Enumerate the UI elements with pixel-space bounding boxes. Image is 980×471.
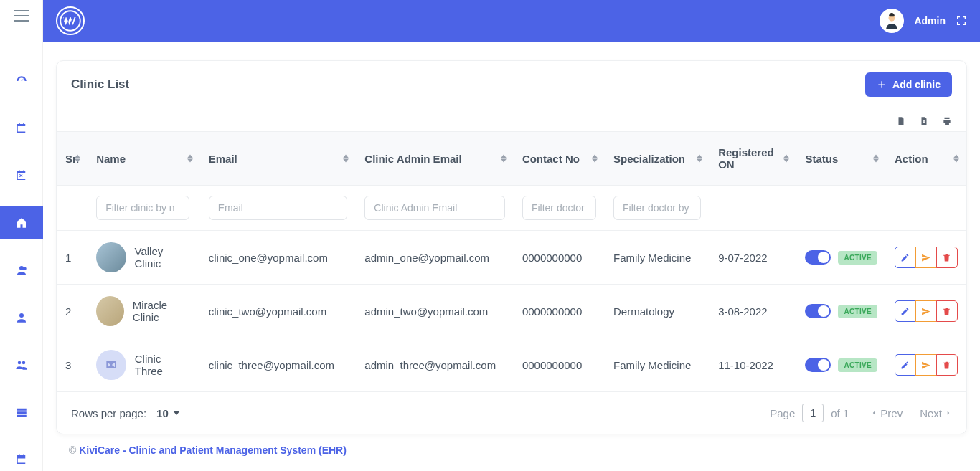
footer-link[interactable]: KiviCare - Clinic and Patient Management…	[79, 444, 347, 456]
nav-doctors[interactable]	[0, 254, 43, 287]
filter-specialization-input[interactable]	[613, 196, 701, 220]
cell-registered: 3-08-2022	[710, 285, 796, 338]
cell-contact: 0000000000	[514, 231, 605, 285]
send-button[interactable]	[915, 247, 937, 268]
clinic-list-card: Clinic List Add clinic Sr.	[56, 60, 967, 434]
status-toggle[interactable]	[805, 250, 831, 265]
logo-icon	[56, 6, 85, 35]
send-button[interactable]	[915, 300, 937, 322]
status-badge: ACTIVE	[838, 358, 877, 372]
nav-users[interactable]	[0, 348, 43, 381]
clinic-avatar	[96, 350, 126, 380]
cell-sr: 1	[57, 231, 88, 285]
status-toggle[interactable]	[805, 358, 831, 372]
rows-per-page-select[interactable]: 10	[156, 407, 180, 419]
col-specialization[interactable]: Specialization	[605, 132, 710, 186]
cell-sr: 3	[57, 338, 88, 392]
cell-name: Valley Clinic	[135, 245, 192, 270]
page-of-label: of 1	[831, 407, 849, 419]
cell-specialization: Family Medicine	[605, 338, 710, 392]
sidebar	[0, 0, 43, 471]
rows-per-page-label: Rows per page:	[71, 407, 146, 419]
edit-button[interactable]	[895, 247, 916, 268]
footer-credit: © KiviCare - Clinic and Patient Manageme…	[56, 434, 967, 466]
status-toggle[interactable]	[805, 304, 831, 318]
cell-email: clinic_two@yopmail.com	[200, 285, 357, 338]
edit-button[interactable]	[895, 300, 916, 322]
filter-contact-input[interactable]	[522, 196, 596, 220]
page-input[interactable]	[802, 404, 824, 422]
col-registered[interactable]: Registered ON	[710, 132, 796, 186]
cell-name: Miracle Clinic	[133, 299, 192, 323]
export-xls-icon[interactable]	[919, 115, 929, 127]
col-name[interactable]: Name	[88, 132, 200, 186]
send-button[interactable]	[915, 354, 937, 376]
cell-email: clinic_one@yopmail.com	[200, 231, 357, 285]
menu-toggle[interactable]	[14, 10, 29, 22]
print-icon[interactable]	[942, 115, 952, 127]
plus-icon	[877, 80, 887, 90]
nav-calendar-x[interactable]	[0, 159, 43, 192]
fullscreen-icon[interactable]	[956, 15, 967, 27]
table-row: 2 Miracle Clinic clinic_two@yopmail.com …	[57, 285, 966, 338]
delete-button[interactable]	[936, 247, 958, 268]
user-avatar[interactable]	[880, 9, 904, 33]
chevron-right-icon	[945, 409, 952, 417]
table-row: 1 Valley Clinic clinic_one@yopmail.com a…	[57, 231, 966, 285]
status-badge: ACTIVE	[838, 251, 877, 265]
col-contact[interactable]: Contact No	[514, 132, 605, 186]
filter-email-input[interactable]	[209, 196, 348, 220]
cell-admin-email: admin_two@yopmail.com	[356, 285, 514, 338]
filter-name-input[interactable]	[96, 196, 189, 220]
chevron-left-icon	[870, 409, 877, 417]
clinic-avatar	[96, 296, 124, 326]
cell-specialization: Family Medicine	[605, 231, 710, 285]
cell-contact: 0000000000	[514, 285, 605, 338]
nav-calendar[interactable]	[0, 112, 43, 145]
clinic-avatar	[96, 242, 126, 272]
table-toolbar	[57, 107, 966, 131]
cell-registered: 11-10-2022	[710, 338, 796, 392]
cell-admin-email: admin_three@yopmail.com	[356, 338, 514, 392]
cell-specialization: Dermatology	[605, 285, 710, 338]
topbar: Admin	[43, 0, 980, 42]
next-button[interactable]: Next	[920, 407, 952, 419]
delete-button[interactable]	[936, 354, 958, 376]
page-label: Page	[770, 407, 795, 419]
col-email[interactable]: Email	[200, 132, 357, 186]
nav-dashboard[interactable]	[0, 65, 43, 97]
table-row: 3 Clinic Three clinic_three@yopmail.com …	[57, 338, 966, 392]
cell-admin-email: admin_one@yopmail.com	[356, 231, 514, 285]
delete-button[interactable]	[936, 300, 958, 322]
filter-admin-email-input[interactable]	[364, 196, 505, 220]
status-badge: ACTIVE	[838, 305, 877, 318]
cell-sr: 2	[57, 285, 88, 338]
cell-contact: 0000000000	[514, 338, 605, 392]
nav-appointments[interactable]	[0, 443, 43, 471]
cell-registered: 9-07-2022	[710, 231, 796, 285]
col-status[interactable]: Status	[796, 132, 885, 186]
user-label[interactable]: Admin	[914, 15, 946, 27]
nav-server[interactable]	[0, 396, 43, 429]
nav-patient[interactable]	[0, 301, 43, 334]
col-action[interactable]: Action	[886, 132, 966, 186]
page-title: Clinic List	[71, 77, 129, 92]
add-clinic-button[interactable]: Add clinic	[865, 72, 952, 97]
add-clinic-label: Add clinic	[892, 79, 941, 90]
export-file-icon[interactable]	[896, 115, 906, 127]
caret-down-icon	[173, 411, 180, 415]
cell-email: clinic_three@yopmail.com	[200, 338, 357, 392]
prev-button[interactable]: Prev	[870, 407, 903, 419]
nav-clinic[interactable]	[0, 206, 43, 239]
col-admin-email[interactable]: Clinic Admin Email	[356, 132, 514, 186]
cell-name: Clinic Three	[135, 353, 192, 377]
clinic-table: Sr. Name Email Clinic Admin Email Contac…	[57, 131, 966, 392]
edit-button[interactable]	[895, 354, 916, 376]
nav	[0, 65, 42, 471]
col-sr[interactable]: Sr.	[57, 132, 88, 186]
